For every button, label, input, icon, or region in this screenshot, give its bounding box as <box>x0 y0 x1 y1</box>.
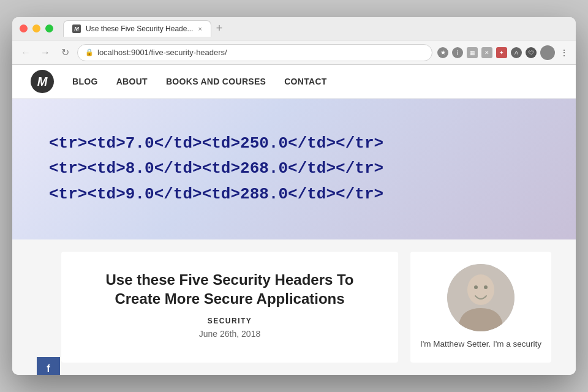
ext-icon4[interactable]: 🛡 <box>526 47 537 58</box>
social-facebook-button[interactable]: f <box>37 357 60 375</box>
hero-code-line-1: <tr><td>7.0</td><td>250.0</td></tr> <box>49 131 539 157</box>
security-icon: 🔒 <box>85 48 94 56</box>
ext-icon2[interactable]: ✦ <box>496 47 507 58</box>
new-tab-button[interactable]: + <box>216 22 223 35</box>
site-navbar: M BLOG ABOUT BOOKS AND COURSES CONTACT <box>12 65 576 99</box>
tab-close-button[interactable]: × <box>198 25 202 32</box>
browser-tab[interactable]: M Use these Five Security Heade... × <box>63 20 211 37</box>
close-button[interactable] <box>20 24 28 32</box>
bookmark-icon[interactable]: ★ <box>437 47 448 58</box>
article-category: SECURITY <box>86 317 374 325</box>
article-date: June 26th, 2018 <box>86 329 374 339</box>
svg-point-3 <box>474 285 478 289</box>
hero-code-line-2: <tr><td>8.0</td><td>268.0</td></tr> <box>49 156 539 182</box>
hero-code-block: <tr><td>7.0</td><td>250.0</td></tr> <tr>… <box>12 99 576 239</box>
window-controls <box>20 24 53 32</box>
author-sidebar: I'm Matthew Setter. I'm a security <box>410 252 551 363</box>
forward-button[interactable]: → <box>38 45 53 60</box>
tab-favicon: M <box>72 24 81 33</box>
article-title: Use these Five Security Headers To Creat… <box>86 270 374 308</box>
screen-icon[interactable]: ▦ <box>467 47 478 58</box>
social-sidebar: f ✉ r in g+ <box>37 357 60 375</box>
ext-icon1[interactable]: ✕ <box>481 47 492 58</box>
nav-books-courses[interactable]: BOOKS AND COURSES <box>166 77 266 86</box>
site-logo[interactable]: M <box>31 70 54 93</box>
main-content: Use these Five Security Headers To Creat… <box>61 252 398 363</box>
hero-image: <tr><td>7.0</td><td>250.0</td></tr> <tr>… <box>12 99 576 239</box>
address-bar: ← → ↻ 🔒 localhost:9001/five-security-hea… <box>12 40 576 65</box>
tab-bar: M Use these Five Security Heade... × + <box>63 20 568 37</box>
nav-blog[interactable]: BLOG <box>72 77 98 86</box>
svg-point-4 <box>484 285 488 289</box>
site-nav: BLOG ABOUT BOOKS AND COURSES CONTACT <box>72 77 327 86</box>
hero-code-line-3: <tr><td>9.0</td><td>288.0</td></tr> <box>49 182 539 208</box>
nav-about[interactable]: ABOUT <box>116 77 148 86</box>
content-wrapper: f ✉ r in g+ Use these Five Security Head… <box>12 239 576 375</box>
profile-icon[interactable] <box>540 45 555 60</box>
browser-window: M Use these Five Security Heade... × + ←… <box>12 17 576 375</box>
ext-icon3[interactable]: A <box>511 47 522 58</box>
tab-title: Use these Five Security Heade... <box>86 24 193 33</box>
address-input[interactable]: 🔒 localhost:9001/five-security-headers/ <box>77 44 432 61</box>
minimize-button[interactable] <box>32 24 40 32</box>
reload-button[interactable]: ↻ <box>58 45 72 60</box>
url-text: localhost:9001/five-security-headers/ <box>97 48 424 57</box>
svg-point-2 <box>467 274 494 305</box>
menu-icon[interactable]: ⋮ <box>559 47 570 58</box>
maximize-button[interactable] <box>45 24 53 32</box>
info-icon[interactable]: i <box>452 47 463 58</box>
toolbar-icons: ★ i ▦ ✕ ✦ A 🛡 ⋮ <box>437 45 570 60</box>
title-bar: M Use these Five Security Heade... × + <box>12 17 576 40</box>
nav-contact[interactable]: CONTACT <box>284 77 327 86</box>
author-avatar <box>447 264 514 331</box>
back-button[interactable]: ← <box>18 45 33 60</box>
content-area: Use these Five Security Headers To Creat… <box>12 239 576 375</box>
author-bio: I'm Matthew Setter. I'm a security <box>420 339 541 350</box>
